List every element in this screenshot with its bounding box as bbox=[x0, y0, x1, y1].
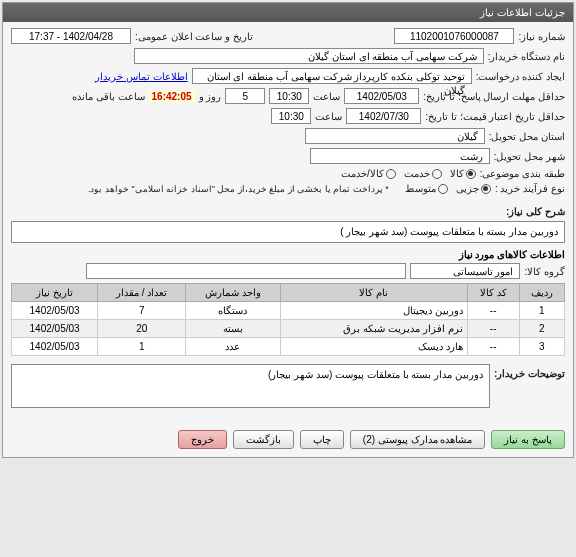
cell-date: 1402/05/03 bbox=[12, 338, 98, 356]
saat-label-2: ساعت bbox=[315, 111, 342, 122]
credit-date: 1402/07/30 bbox=[346, 108, 421, 124]
button-bar: پاسخ به نیاز مشاهده مدارک پیوستی (2) چاپ… bbox=[3, 422, 573, 457]
radio-khadamat-label: خدمت bbox=[404, 168, 430, 179]
th-row: ردیف bbox=[519, 284, 564, 302]
cell-name: نرم افزار مدیریت شبکه برق bbox=[280, 320, 467, 338]
panel-title: جزئیات اطلاعات نیاز bbox=[3, 3, 573, 22]
cell-date: 1402/05/03 bbox=[12, 320, 98, 338]
respond-button[interactable]: پاسخ به نیاز bbox=[491, 430, 565, 449]
th-name: نام کالا bbox=[280, 284, 467, 302]
back-button[interactable]: بازگشت bbox=[233, 430, 294, 449]
cell-row: 2 bbox=[519, 320, 564, 338]
radio-both[interactable] bbox=[386, 169, 396, 179]
radio-motevaset-label: متوسط bbox=[405, 183, 436, 194]
radio-motevaset[interactable] bbox=[438, 184, 448, 194]
table-row: 3--هارد دیسکعدد11402/05/03 bbox=[12, 338, 565, 356]
goods-group-value: امور تاسیساتی bbox=[410, 263, 520, 279]
items-table: ردیف کد کالا نام کالا واحد شمارش تعداد /… bbox=[11, 283, 565, 356]
details-panel: جزئیات اطلاعات نیاز شماره نیاز: 11020010… bbox=[2, 2, 574, 458]
remaining-label: ساعت باقی مانده bbox=[72, 91, 145, 102]
province-value: گیلان bbox=[305, 128, 485, 144]
deadline-time: 10:30 bbox=[269, 88, 309, 104]
cell-code: -- bbox=[467, 302, 519, 320]
items-section-title: اطلاعات کالاهای مورد نیاز bbox=[11, 249, 565, 260]
radio-kala[interactable] bbox=[466, 169, 476, 179]
city-label: شهر محل تحویل: bbox=[494, 151, 565, 162]
saat-label-1: ساعت bbox=[313, 91, 340, 102]
cell-qty: 7 bbox=[98, 302, 186, 320]
province-label: استان محل تحویل: bbox=[489, 131, 565, 142]
days-left: 5 bbox=[225, 88, 265, 104]
form-area: شماره نیاز: 1102001076000087 تاریخ و ساع… bbox=[3, 22, 573, 422]
cell-qty: 1 bbox=[98, 338, 186, 356]
table-row: 2--نرم افزار مدیریت شبکه برقبسته201402/0… bbox=[12, 320, 565, 338]
category-label: طبقه بندی موضوعی: bbox=[480, 168, 565, 179]
need-no-value: 1102001076000087 bbox=[394, 28, 514, 44]
cell-unit: دستگاه bbox=[186, 302, 280, 320]
announce-label: تاریخ و ساعت اعلان عمومی: bbox=[135, 31, 253, 42]
print-button[interactable]: چاپ bbox=[300, 430, 344, 449]
creator-label: ایجاد کننده درخواست: bbox=[476, 71, 565, 82]
cell-unit: عدد bbox=[186, 338, 280, 356]
credit-label: حداقل تاریخ اعتبار قیمت؛ تا تاریخ: bbox=[425, 111, 565, 122]
cell-code: -- bbox=[467, 338, 519, 356]
radio-khadamat[interactable] bbox=[432, 169, 442, 179]
goods-group-extra bbox=[86, 263, 406, 279]
cell-name: دوربین دیجیتال bbox=[280, 302, 467, 320]
radio-jozi[interactable] bbox=[481, 184, 491, 194]
th-date: تاریخ نیاز bbox=[12, 284, 98, 302]
goods-group-label: گروه کالا: bbox=[524, 266, 565, 277]
th-unit: واحد شمارش bbox=[186, 284, 280, 302]
countdown-timer: 16:42:05 bbox=[149, 91, 195, 102]
radio-both-label: کالا/خدمت bbox=[341, 168, 384, 179]
purchase-radios: جزیی متوسط bbox=[405, 183, 491, 194]
category-radios: کالا خدمت کالا/خدمت bbox=[341, 168, 476, 179]
creator-value: توحید توکلی بنکده کارپرداز شرکت سهامی آب… bbox=[192, 68, 472, 84]
radio-kala-label: کالا bbox=[450, 168, 464, 179]
table-row: 1--دوربین دیجیتالدستگاه71402/05/03 bbox=[12, 302, 565, 320]
rooz-label: روز و bbox=[199, 91, 222, 102]
credit-time: 10:30 bbox=[271, 108, 311, 124]
purchase-type-label: نوع فرآیند خرید : bbox=[495, 183, 565, 194]
deadline-date: 1402/05/03 bbox=[344, 88, 419, 104]
cell-qty: 20 bbox=[98, 320, 186, 338]
cell-row: 3 bbox=[519, 338, 564, 356]
th-code: کد کالا bbox=[467, 284, 519, 302]
announce-value: 1402/04/28 - 17:37 bbox=[11, 28, 131, 44]
cell-unit: بسته bbox=[186, 320, 280, 338]
buyer-name-value: شرکت سهامی آب منطقه ای استان گیلان bbox=[134, 48, 484, 64]
general-desc-value: دوربین مدار بسته با متعلقات پیوست (سد شه… bbox=[11, 221, 565, 243]
need-no-label: شماره نیاز: bbox=[518, 31, 565, 42]
cell-date: 1402/05/03 bbox=[12, 302, 98, 320]
city-value: رشت bbox=[310, 148, 490, 164]
th-qty: تعداد / مقدار bbox=[98, 284, 186, 302]
cell-name: هارد دیسک bbox=[280, 338, 467, 356]
cell-code: -- bbox=[467, 320, 519, 338]
contact-info-link[interactable]: اطلاعات تماس خریدار bbox=[95, 71, 188, 82]
buyer-notes-label: توضیحات خریدار: bbox=[494, 364, 565, 379]
cell-row: 1 bbox=[519, 302, 564, 320]
buyer-notes-value: دوربین مدار بسته با متعلقات پیوست (سد شه… bbox=[11, 364, 490, 408]
payment-note: * پرداخت تمام یا بخشی از مبلغ خرید،از مح… bbox=[88, 184, 389, 194]
general-desc-label: شرح کلی نیاز: bbox=[506, 206, 565, 217]
exit-button[interactable]: خروج bbox=[178, 430, 227, 449]
attachments-button[interactable]: مشاهده مدارک پیوستی (2) bbox=[350, 430, 486, 449]
deadline-label: حداقل مهلت ارسال پاسخ؛ تا تاریخ: bbox=[423, 91, 565, 102]
buyer-name-label: نام دستگاه خریدار: bbox=[488, 51, 565, 62]
radio-jozi-label: جزیی bbox=[456, 183, 479, 194]
